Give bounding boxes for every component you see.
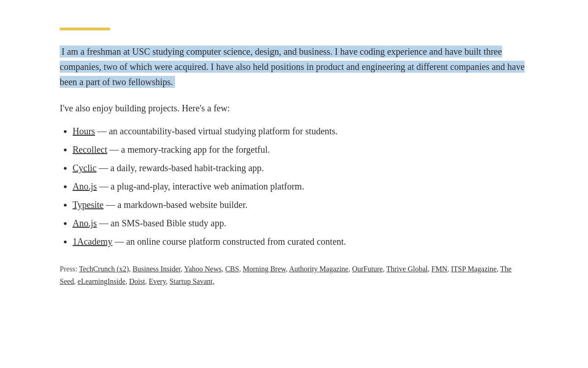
press-outlet-link[interactable]: Thrive Global (386, 265, 428, 273)
list-item: Cyclic — a daily, rewards-based habit-tr… (73, 161, 528, 175)
projects-intro-text: I've also enjoy building projects. Here'… (60, 101, 528, 115)
press-outlet-link[interactable]: Every (149, 277, 166, 285)
press-outlet-link[interactable]: FMN (431, 265, 447, 273)
project-link[interactable]: Ano.js (73, 181, 97, 191)
intro-paragraph: I am a freshman at USC studying computer… (60, 44, 528, 90)
project-link[interactable]: 1Academy (73, 236, 113, 247)
list-item: Hours — an accountability-based virtual … (73, 124, 528, 138)
list-item: Ano.js — a plug-and-play, interactive we… (73, 179, 528, 194)
press-outlet-link[interactable]: OurFuture (352, 265, 383, 273)
project-link[interactable]: Cyclic (73, 163, 96, 173)
press-outlet-link[interactable]: eLearningInside (78, 277, 125, 285)
list-item: Recollect — a memory-tracking app for th… (73, 142, 528, 157)
projects-list: Hours — an accountability-based virtual … (73, 124, 528, 249)
press-outlet-link[interactable]: TechCrunch (x2) (79, 265, 129, 273)
project-link[interactable]: Recollect (73, 144, 107, 155)
project-link[interactable]: Hours (73, 126, 95, 136)
intro-highlighted-text: I am a freshman at USC studying computer… (60, 46, 525, 88)
press-outlet-link[interactable]: Morning Brew (243, 265, 286, 273)
list-item: Typesite — a markdown-based website buil… (73, 197, 528, 212)
project-link[interactable]: Typesite (73, 200, 103, 210)
project-link[interactable]: Ano.js (73, 218, 97, 228)
press-section: Press: TechCrunch (x2), Business Insider… (60, 263, 528, 288)
list-item: Ano.js — an SMS-based Bible study app. (73, 216, 528, 230)
press-outlet-link[interactable]: Yahoo News (184, 265, 222, 273)
list-item: 1Academy — an online course platform con… (73, 234, 528, 249)
press-label: Press: (60, 265, 77, 273)
press-outlet-link[interactable]: CBS (225, 265, 239, 273)
press-outlet-link[interactable]: Authority Magazine (289, 265, 348, 273)
accent-bar (60, 28, 110, 30)
press-outlet-link[interactable]: Business Insider (133, 265, 181, 273)
press-outlet-link[interactable]: Doist (129, 277, 145, 285)
press-outlet-link[interactable]: Startup Savant, (170, 277, 215, 285)
press-outlet-link[interactable]: ITSP Magazine (451, 265, 497, 273)
